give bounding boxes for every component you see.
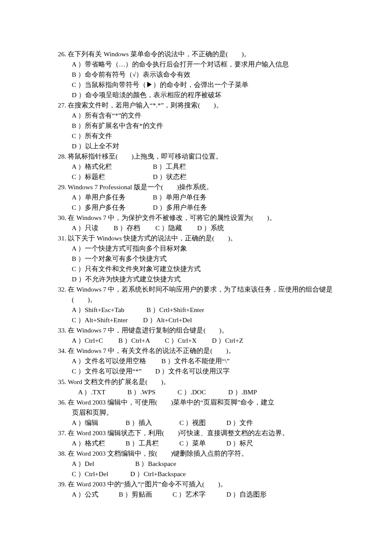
question-number: 38.: [58, 450, 66, 457]
question-stem: 36. 在 Word 2003 编辑中，可使用( )菜单中的“页眉和页脚”命令，…: [58, 397, 341, 408]
option-line: A ）公式 B ）剪贴画 C ）艺术字 D ）自选图形: [58, 489, 341, 500]
option-line: A ）文件名可以使用空格 B ）文件名不能使用“\”: [58, 356, 341, 366]
question-number: 37.: [58, 429, 66, 436]
question: 34. 在 Windows 7 中，有关文件名的说法不正确的是( )。A ）文件…: [58, 346, 341, 376]
question: 29. Windows 7 Professional 版是一个( )操作系统。A…: [58, 182, 341, 213]
question-stem-text: 在 Word 2003 编辑状态下，利用( )可快速、直接调整文档的左右边界。: [68, 429, 289, 436]
question-number: 35.: [58, 378, 66, 385]
question-stem-text: 在 Word 2003 文档编辑中，按( )键删除插入点前的字符。: [68, 450, 248, 457]
question: 28. 将鼠标指针移至( )上拖曳，即可移动窗口位置。A ）格式化栏 B ）工具…: [58, 151, 341, 182]
question-stem: 33. 在 Windows 7 中，用键盘进行复制的组合键是( )。: [58, 325, 341, 335]
option-line: A ）Ctrl+C B ）Ctrl+A C ）Ctrl+X D ）Ctrl+Z: [58, 335, 341, 346]
question-number: 32.: [58, 286, 66, 293]
question-stem-text: 在下列有关 Windows 菜单命令的说法中，不正确的是( )。: [68, 50, 251, 58]
question-stem-text: 在 Word 2003 编辑中，可使用( )菜单中的“页眉和页脚”命令，建立: [68, 399, 274, 406]
question-stem-continuation: ( )。: [58, 295, 341, 305]
option-line: A ）Del B ）Backspace: [58, 459, 341, 469]
option-line: C ）标题栏 D ）状态栏: [58, 172, 341, 182]
question-stem: 31. 以下关于 Windows 快捷方式的说法中，正确的是( )。: [58, 233, 341, 243]
option-line: A ）只读 B ）存档 C ）隐藏 D ）系统: [58, 223, 341, 233]
question: 37. 在 Word 2003 编辑状态下，利用( )可快速、直接调整文档的左右…: [58, 428, 341, 448]
option-line: A ）单用户多任务 B ）单用户单任务: [58, 192, 341, 202]
question-number: 39.: [58, 480, 66, 488]
option-line: D ）以上全不对: [58, 141, 341, 151]
question-stem-text: 在 Windows 7 中，有关文件名的说法不正确的是( )。: [68, 347, 235, 354]
option-line: A ）带省略号（…）的命令执行后会打开一个对话框，要求用户输入信息: [58, 59, 341, 69]
option-line: A ）所有含有“*”的文件: [58, 110, 341, 121]
question: 31. 以下关于 Windows 快捷方式的说法中，正确的是( )。A ）一个快…: [58, 233, 341, 284]
question-stem: 28. 将鼠标指针移至( )上拖曳，即可移动窗口位置。: [58, 151, 341, 162]
question-stem-text: 在搜索文件时，若用户输入“*.*”，则将搜索( )。: [68, 101, 222, 109]
question-stem: 34. 在 Windows 7 中，有关文件名的说法不正确的是( )。: [58, 346, 341, 356]
option-line: A ）.TXT B ）.WPS C ）.DOC D ）.BMP: [58, 387, 341, 397]
question-number: 28.: [58, 153, 66, 160]
question-number: 30.: [58, 214, 66, 221]
option-line: C ）文件名可以使用“*” D ）文件名可以使用汉字: [58, 366, 341, 376]
question-stem-text: 以下关于 Windows 快捷方式的说法中，正确的是( )。: [68, 234, 237, 242]
question-stem: 32. 在 Windows 7 中，若系统长时间不响应用户的要求，为了结束该任务…: [58, 284, 341, 295]
option-line: D ）命令项呈暗淡的颜色，表示相应的程序被破坏: [58, 90, 341, 100]
option-line: B ）命令前有符号（√）表示该命令有效: [58, 69, 341, 80]
option-line: C ）只有文件和文件夹对象可建立快捷方式: [58, 264, 341, 274]
question-stem: 27. 在搜索文件时，若用户输入“*.*”，则将搜索( )。: [58, 100, 341, 110]
question: 36. 在 Word 2003 编辑中，可使用( )菜单中的“页眉和页脚”命令，…: [58, 397, 341, 428]
question: 27. 在搜索文件时，若用户输入“*.*”，则将搜索( )。A ）所有含有“*”…: [58, 100, 341, 151]
question-stem: 37. 在 Word 2003 编辑状态下，利用( )可快速、直接调整文档的左右…: [58, 428, 341, 438]
question-number: 29.: [58, 183, 66, 191]
option-line: C ）当鼠标指向带符号（▶）的命令时，会弹出一个子菜单: [58, 80, 341, 90]
question: 39. 在 Word 2003 中的“插入”|“图片”命令不可插入( )。A ）…: [58, 479, 341, 500]
option-line: D ）不允许为快捷方式建立快捷方式: [58, 274, 341, 284]
question-stem: 30. 在 Windows 7 中，为保护文件不被修改，可将它的属性设置为( )…: [58, 213, 341, 223]
question-stem: 35. Word 文档文件的扩展名是( )。: [58, 377, 341, 387]
question-number: 36.: [58, 399, 66, 406]
question-stem: 29. Windows 7 Professional 版是一个( )操作系统。: [58, 182, 341, 192]
question-number: 26.: [58, 50, 66, 58]
question: 35. Word 文档文件的扩展名是( )。 A ）.TXT B ）.WPS C…: [58, 377, 341, 397]
question-number: 34.: [58, 347, 66, 354]
question-number: 27.: [58, 101, 66, 109]
question-stem-text: 将鼠标指针移至( )上拖曳，即可移动窗口位置。: [68, 153, 222, 160]
option-line: A ）Shift+Esc+Tab B ）Crtl+Shift+Enter: [58, 305, 341, 315]
question-stem-continuation: 页眉和页脚。: [58, 408, 341, 418]
option-line: A ）编辑 B ）插入 C ）视图 D ）文件: [58, 418, 341, 428]
question-stem: 38. 在 Word 2003 文档编辑中，按( )键删除插入点前的字符。: [58, 448, 341, 459]
question: 38. 在 Word 2003 文档编辑中，按( )键删除插入点前的字符。A ）…: [58, 448, 341, 479]
option-line: A ）格式栏 B ）工具栏 C ）菜单 D ）标尺: [58, 438, 341, 448]
question-stem-text: 在 Windows 7 中，若系统长时间不响应用户的要求，为了结束该任务，应使用…: [68, 286, 333, 293]
question: 30. 在 Windows 7 中，为保护文件不被修改，可将它的属性设置为( )…: [58, 213, 341, 233]
question-number: 33.: [58, 327, 66, 334]
option-line: C ）Ctrl+Del D ）Ctrl+Backspace: [58, 469, 341, 479]
question-stem-text: 在 Windows 7 中，用键盘进行复制的组合键是( )。: [68, 327, 228, 334]
question-stem-text: 在 Word 2003 中的“插入”|“图片”命令不可插入( )。: [68, 480, 227, 488]
question-stem: 39. 在 Word 2003 中的“插入”|“图片”命令不可插入( )。: [58, 479, 341, 489]
document-page: 26. 在下列有关 Windows 菜单命令的说法中，不正确的是( )。A ）带…: [0, 0, 392, 555]
question-stem-text: 在 Windows 7 中，为保护文件不被修改，可将它的属性设置为( )。: [68, 214, 276, 221]
option-line: C ）多用户多任务 D ）多用户单任务: [58, 202, 341, 213]
option-line: C ）Alt+Shift+Enter D ）Alt+Ctrl+Del: [58, 315, 341, 325]
question: 26. 在下列有关 Windows 菜单命令的说法中，不正确的是( )。A ）带…: [58, 49, 341, 100]
option-line: C ）所有文件: [58, 131, 341, 141]
question-stem: 26. 在下列有关 Windows 菜单命令的说法中，不正确的是( )。: [58, 49, 341, 59]
question: 33. 在 Windows 7 中，用键盘进行复制的组合键是( )。A ）Ctr…: [58, 325, 341, 346]
option-line: B ）所有扩展名中含有*的文件: [58, 121, 341, 131]
option-line: A ）格式化栏 B ）工具栏: [58, 162, 341, 172]
question-number: 31.: [58, 234, 66, 242]
option-line: B ）一个对象可有多个快捷方式: [58, 254, 341, 264]
option-line: A ）一个快捷方式可指向多个目标对象: [58, 243, 341, 254]
question-stem-text: Windows 7 Professional 版是一个( )操作系统。: [68, 183, 213, 191]
question: 32. 在 Windows 7 中，若系统长时间不响应用户的要求，为了结束该任务…: [58, 284, 341, 325]
question-stem-text: Word 文档文件的扩展名是( )。: [68, 378, 170, 385]
